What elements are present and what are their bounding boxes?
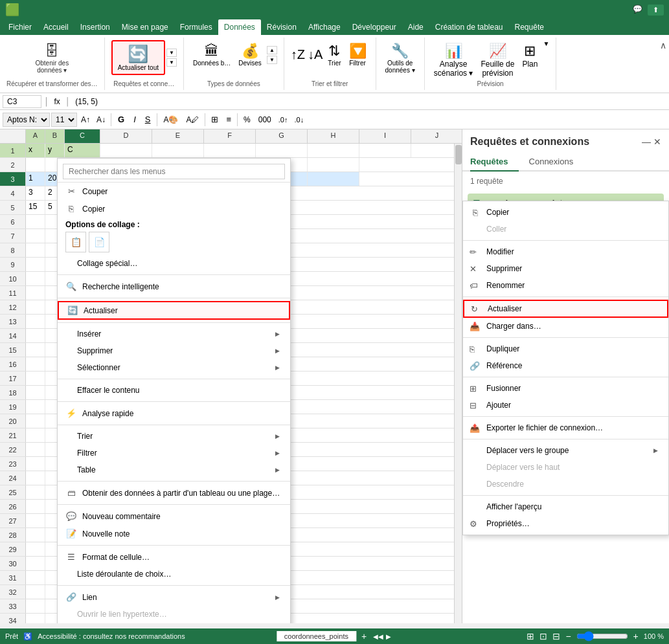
font-increase-btn[interactable]: A↑: [78, 114, 93, 126]
row-num-10[interactable]: 10: [0, 272, 26, 285]
align-btn[interactable]: ≡: [223, 113, 234, 126]
row-num-15[interactable]: 15: [0, 343, 26, 357]
sheet-tab-btn[interactable]: coordonnees_points: [277, 631, 356, 641]
ribbon-collapse-btn[interactable]: ∧: [657, 38, 669, 90]
pmenu-apercu[interactable]: Afficher l'aperçu: [463, 498, 668, 515]
pmenu-fusionner[interactable]: ⊞ Fusionner: [463, 380, 668, 397]
share-icon[interactable]: ⬆: [648, 5, 664, 16]
pmenu-deplacer-haut[interactable]: Déplacer vers le haut: [463, 459, 668, 476]
cell-h3[interactable]: [308, 172, 359, 186]
formula-input[interactable]: [73, 96, 666, 107]
cell-e1[interactable]: [152, 144, 204, 157]
col-header-b[interactable]: B: [45, 129, 65, 143]
row-num-2[interactable]: 2: [0, 158, 26, 172]
panel-close-btn[interactable]: ✕: [653, 137, 661, 147]
tab-requete[interactable]: Requête: [509, 19, 550, 35]
row-num-31[interactable]: 31: [0, 571, 26, 584]
vertical-scrollbar[interactable]: [454, 144, 462, 623]
row-num-16[interactable]: 16: [0, 357, 26, 371]
pmenu-ajouter[interactable]: ⊟ Ajouter: [463, 397, 668, 414]
tab-affichage[interactable]: Affichage: [302, 19, 346, 35]
row-num-13[interactable]: 13: [0, 315, 26, 328]
pmenu-deplacer-groupe[interactable]: Déplacer vers le groupe ▶: [463, 442, 668, 459]
row-num-6[interactable]: 6: [0, 215, 26, 228]
fill-color-btn[interactable]: A🎨: [160, 114, 181, 126]
col-header-e[interactable]: E: [152, 129, 204, 143]
pmenu-reference[interactable]: 🔗 Référence: [463, 357, 668, 374]
view-layout-btn[interactable]: ⊡: [539, 631, 547, 641]
pmenu-supprimer[interactable]: ✕ Supprimer: [463, 260, 668, 277]
btn-expand-prevision[interactable]: ▼: [543, 40, 549, 47]
comma-btn[interactable]: 000: [255, 114, 275, 126]
collage-btn-1[interactable]: 📋: [65, 232, 86, 252]
col-header-c[interactable]: C: [65, 129, 100, 143]
menu-item-note[interactable]: 📝 Nouvelle note: [58, 525, 290, 542]
chat-icon[interactable]: 💬: [633, 5, 642, 16]
bold-btn[interactable]: G: [114, 113, 128, 126]
font-decrease-btn[interactable]: A↓: [94, 114, 108, 126]
italic-btn[interactable]: I: [130, 113, 140, 126]
scroll-arrow-right[interactable]: ▶: [386, 633, 391, 640]
menu-item-commentaire[interactable]: 💬 Nouveau commentaire: [58, 507, 290, 525]
row-num-7[interactable]: 7: [0, 229, 26, 243]
row-num-26[interactable]: 26: [0, 500, 26, 513]
row-num-3[interactable]: 3: [0, 172, 26, 186]
menu-item-copier[interactable]: ⎘ Copier: [58, 200, 290, 217]
pmenu-copier[interactable]: ⎘ Copier: [463, 204, 668, 221]
menu-item-actualiser[interactable]: 🔄 Actualiser: [58, 301, 290, 320]
row-num-30[interactable]: 30: [0, 557, 26, 570]
function-btn[interactable]: fx: [52, 97, 63, 106]
row-num-14[interactable]: 14: [0, 329, 26, 342]
row-num-20[interactable]: 20: [0, 414, 26, 428]
btn-scroll-down-2[interactable]: ▼: [166, 58, 177, 67]
font-family-select[interactable]: Aptos N:: [3, 113, 50, 127]
btn-expand-types[interactable]: ▲: [267, 46, 277, 54]
row-num-11[interactable]: 11: [0, 286, 26, 300]
borders-btn[interactable]: ⊞: [208, 113, 221, 126]
col-header-i[interactable]: I: [359, 129, 411, 143]
panel-tab-requetes[interactable]: Requêtes: [470, 153, 519, 172]
btn-devises[interactable]: 💰 Devises: [236, 40, 264, 69]
pmenu-coller[interactable]: Coller: [463, 221, 668, 238]
row-num-21[interactable]: 21: [0, 428, 26, 442]
row-num-19[interactable]: 19: [0, 400, 26, 414]
zoom-minus-btn[interactable]: −: [565, 631, 571, 641]
btn-sort-za[interactable]: ↓A: [308, 47, 323, 62]
pmenu-dupliquer[interactable]: ⎘ Dupliquer: [463, 340, 668, 357]
menu-item-filtrer[interactable]: Filtrer ▶: [58, 445, 290, 461]
cell-f1[interactable]: [204, 144, 256, 157]
col-header-d[interactable]: D: [100, 129, 152, 143]
tab-revision[interactable]: Révision: [261, 19, 302, 35]
pmenu-exporter[interactable]: 📤 Exporter le fichier de connexion…: [463, 419, 668, 436]
tab-aide[interactable]: Aide: [402, 19, 429, 35]
pmenu-charger[interactable]: 📥 Charger dans…: [463, 318, 668, 335]
tab-insertion[interactable]: Insertion: [74, 19, 116, 35]
row-num-1[interactable]: 1: [0, 144, 26, 157]
tab-accueil[interactable]: Accueil: [38, 19, 74, 35]
cell-a4[interactable]: 3: [26, 186, 45, 200]
menu-item-trier[interactable]: Trier ▶: [58, 428, 290, 445]
tab-developpeur[interactable]: Développeur: [346, 19, 402, 35]
decrease-decimal-btn[interactable]: .0↓: [291, 115, 306, 125]
menu-item-couper[interactable]: ✂ Couper: [58, 183, 290, 200]
menu-item-collage-special[interactable]: Collage spécial…: [58, 255, 290, 272]
cell-h1[interactable]: [308, 144, 359, 157]
pmenu-proprietes[interactable]: ⚙ Propriétés…: [463, 515, 668, 532]
cell-i1[interactable]: [359, 144, 411, 157]
tab-donnees[interactable]: Données: [218, 19, 261, 35]
menu-item-liste[interactable]: Liste déroulante de choix…: [58, 566, 290, 583]
btn-plan[interactable]: ⊞ Plan: [519, 40, 540, 80]
zoom-plus-btn[interactable]: +: [633, 631, 639, 641]
menu-item-lier[interactable]: Lier à cette plage: [58, 623, 290, 623]
btn-collapse-types[interactable]: ▼: [267, 56, 277, 64]
row-num-27[interactable]: 27: [0, 514, 26, 527]
btn-obtenir-donnees[interactable]: 🗄 Obtenir desdonnées ▾: [31, 40, 73, 76]
menu-item-ouvrir-lien[interactable]: Ouvrir le lien hypertexte…: [58, 606, 290, 623]
menu-item-analyse[interactable]: ⚡ Analyse rapide: [58, 405, 290, 422]
row-num-24[interactable]: 24: [0, 471, 26, 485]
menu-item-effacer[interactable]: Effacer le contenu: [58, 382, 290, 399]
row-num-4[interactable]: 4: [0, 186, 26, 200]
menu-item-recherche[interactable]: 🔍 Recherche intelligente: [58, 278, 290, 295]
btn-trier[interactable]: ⇅ Trier: [325, 40, 343, 69]
collage-btn-2[interactable]: 📄: [89, 232, 109, 252]
